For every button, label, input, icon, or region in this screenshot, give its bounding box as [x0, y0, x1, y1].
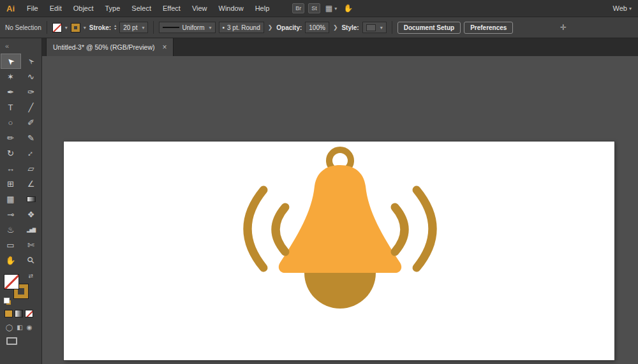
close-tab-icon[interactable]: ×: [162, 43, 167, 52]
menu-edit[interactable]: Edit: [44, 4, 68, 12]
selection-tool[interactable]: ➤: [1, 54, 21, 69]
pen-tool-icon: ✒: [7, 88, 14, 96]
sound-wave-left-outer-shape[interactable]: [248, 190, 263, 268]
tools-panel-collapse[interactable]: «: [0, 38, 41, 54]
draw-behind-icon[interactable]: ◧: [17, 324, 22, 331]
bell-body-shape[interactable]: [279, 165, 401, 273]
stroke-weight-stepper[interactable]: ▴ ▾: [114, 24, 116, 31]
ellipse-tool[interactable]: ○: [1, 115, 21, 130]
canvas-pasteboard[interactable]: [42, 56, 638, 364]
brush-definition-dropdown[interactable]: • 3 pt. Round: [219, 22, 264, 33]
apply-none-button[interactable]: [25, 310, 33, 317]
pen-tool[interactable]: ✒: [1, 84, 21, 99]
line-segment-tool[interactable]: ╱: [21, 99, 41, 115]
scale-tool[interactable]: ↕: [21, 145, 41, 161]
curvature-tool[interactable]: ✑: [21, 84, 41, 99]
shape-builder-tool[interactable]: ⊞: [1, 176, 21, 191]
stroke-weight-value: 20 pt: [123, 24, 137, 31]
brush-dot-icon: •: [223, 24, 225, 31]
stroke-color-dropdown[interactable]: ▾: [71, 23, 86, 33]
menu-type[interactable]: Type: [100, 4, 126, 12]
symbol-sprayer-tool-icon: ♨: [7, 226, 15, 234]
fill-color-dropdown[interactable]: ▾: [52, 23, 68, 33]
draw-inside-icon[interactable]: ◉: [27, 324, 33, 331]
draw-normal-icon[interactable]: ◯: [6, 324, 13, 331]
fill-color-swatch[interactable]: [4, 274, 19, 289]
arrange-documents-button[interactable]: ▦ ▾: [325, 4, 337, 13]
scale-tool-icon: ↕: [27, 149, 36, 157]
artboard[interactable]: [64, 142, 614, 360]
sound-wave-right-inner-shape[interactable]: [395, 207, 404, 252]
touch-workspace-icon[interactable]: ✋: [343, 4, 353, 13]
brush-chevron-icon[interactable]: ❯: [268, 24, 273, 31]
sound-wave-left-inner-shape[interactable]: [276, 207, 285, 252]
menu-window[interactable]: Window: [213, 4, 249, 12]
swap-fill-stroke-icon[interactable]: ⇄: [28, 273, 33, 279]
perspective-grid-tool[interactable]: ∠: [21, 176, 41, 191]
width-profile-value: Uniform: [182, 24, 204, 31]
type-tool[interactable]: T: [1, 99, 21, 115]
pencil-tool[interactable]: ✏: [1, 130, 21, 145]
apply-color-button[interactable]: [4, 310, 13, 317]
chevron-down-icon: ▾: [380, 25, 383, 31]
menu-select[interactable]: Select: [126, 4, 157, 12]
apply-gradient-button[interactable]: [15, 310, 23, 317]
symbol-sprayer-tool[interactable]: ♨: [1, 222, 21, 237]
paintbrush-tool[interactable]: ✐: [21, 115, 41, 130]
document-tab-strip: Untitled-3* @ 50% (RGB/Preview) ×: [42, 38, 638, 56]
collapse-panel-icon: «: [5, 42, 9, 50]
opacity-input[interactable]: 100%: [305, 22, 329, 33]
menu-view[interactable]: View: [186, 4, 213, 12]
free-transform-tool-icon: ▱: [28, 164, 34, 173]
workspace-label: Web: [613, 4, 627, 12]
default-fill-stroke-icon[interactable]: [4, 298, 10, 303]
touch-workspace-toggle-icon[interactable]: ✛: [560, 23, 567, 32]
style-dropdown[interactable]: ▾: [362, 22, 387, 33]
free-transform-tool[interactable]: ▱: [21, 161, 41, 176]
separator: [153, 21, 154, 34]
stock-button[interactable]: St: [308, 3, 320, 13]
zoom-tool[interactable]: ⚲: [21, 252, 41, 268]
menu-file[interactable]: File: [21, 4, 44, 12]
blend-tool[interactable]: ❖: [21, 207, 41, 222]
paintbrush-tool-icon: ✐: [27, 119, 34, 127]
document-tab[interactable]: Untitled-3* @ 50% (RGB/Preview) ×: [46, 38, 174, 56]
menu-effect[interactable]: Effect: [157, 4, 186, 12]
column-graph-tool[interactable]: ▂▅▇: [21, 222, 41, 237]
magic-wand-tool[interactable]: ✶: [1, 69, 21, 84]
direct-selection-tool[interactable]: ➢: [21, 54, 41, 69]
width-tool[interactable]: ↔: [1, 161, 21, 176]
lasso-tool[interactable]: ∿: [21, 69, 41, 84]
workspace-switcher[interactable]: Web ▾: [613, 4, 633, 12]
change-screen-mode-button[interactable]: [6, 337, 41, 345]
chevron-down-icon: ▾: [334, 6, 337, 11]
opacity-chevron-icon[interactable]: ❯: [333, 24, 338, 31]
column-graph-tool-icon: ▂▅▇: [27, 228, 35, 232]
menu-help[interactable]: Help: [249, 4, 276, 12]
document-setup-button[interactable]: Document Setup: [397, 22, 461, 34]
eyedropper-tool[interactable]: ⊸: [1, 207, 21, 222]
stroke-weight-input[interactable]: 20 pt ▾: [119, 22, 148, 33]
rotate-tool[interactable]: ↻: [1, 145, 21, 161]
preferences-button[interactable]: Preferences: [464, 22, 513, 34]
illustrator-logo[interactable]: Ai: [6, 4, 15, 13]
menu-object[interactable]: Object: [68, 4, 100, 12]
sound-wave-right-outer-shape[interactable]: [417, 190, 433, 268]
pencil-tool-icon: ✏: [7, 134, 14, 142]
gradient-tool-icon: [27, 196, 36, 202]
fill-stroke-indicator: ⇄: [4, 273, 33, 302]
shaper-tool[interactable]: ✎: [21, 130, 41, 145]
gradient-tool[interactable]: [21, 191, 41, 207]
slice-tool[interactable]: ✄: [21, 237, 41, 252]
ellipse-tool-icon: ○: [8, 119, 13, 127]
bell-clapper-shape[interactable]: [304, 273, 376, 309]
mesh-tool[interactable]: ▦: [1, 191, 21, 207]
bridge-button[interactable]: Br: [292, 3, 304, 13]
width-profile-dropdown[interactable]: Uniform ▾: [159, 22, 215, 33]
zoom-tool-icon: ⚲: [26, 254, 36, 265]
hand-tool[interactable]: ✋: [1, 252, 21, 268]
shape-builder-tool-icon: ⊞: [7, 180, 14, 188]
hand-tool-icon: ✋: [5, 256, 15, 265]
direct-selection-tool-icon: ➢: [26, 56, 36, 67]
artboard-tool[interactable]: ▭: [1, 237, 21, 252]
